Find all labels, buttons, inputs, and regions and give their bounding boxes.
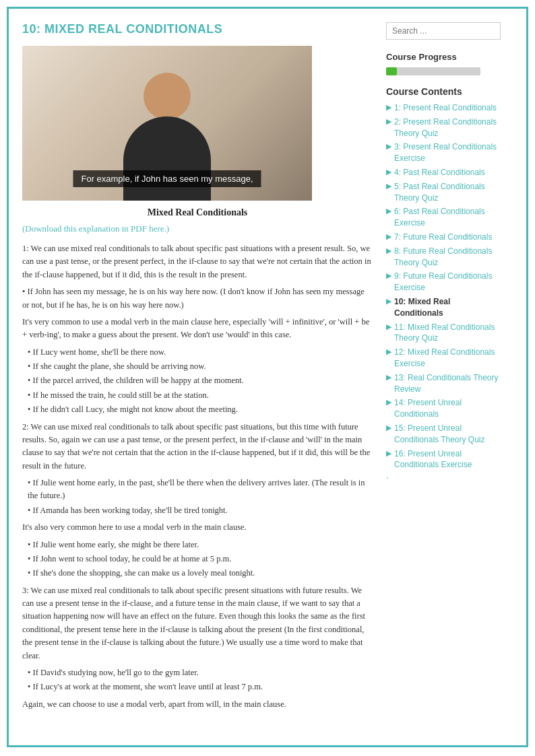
list-item[interactable]: ▶ 3: Present Real Conditionals Exercise (386, 141, 501, 164)
course-link-13[interactable]: 13: Real Conditionals Theory Review (394, 372, 501, 395)
main-content: 10: MIXED REAL CONDITIONALS For example,… (22, 22, 373, 716)
list-item[interactable]: ▶ 1: Present Real Conditionals (386, 102, 501, 114)
paragraph-5: 3: We can use mixed real conditionals to… (22, 584, 373, 662)
bullet-12: • If Lucy's at work at the moment, she w… (28, 681, 373, 693)
paragraph-1: 1: We can use mixed real conditionals to… (22, 242, 373, 281)
course-link-11[interactable]: 11: Mixed Real Conditionals Theory Quiz (394, 322, 501, 345)
course-link-1[interactable]: 1: Present Real Conditionals (394, 102, 497, 114)
example-1: • If John has seen my message, he is on … (22, 285, 373, 312)
bullet-7: • If Amanda has been working today, she'… (28, 504, 373, 517)
list-item[interactable]: ▶ 9: Future Real Conditionals Exercise (386, 271, 501, 294)
course-link-2[interactable]: 2: Present Real Conditionals Theory Quiz (394, 116, 501, 139)
list-item[interactable]: ▶ 5: Past Real Conditionals Theory Quiz (386, 181, 501, 204)
arrow-icon: ▶ (386, 423, 391, 432)
progress-bar-fill (386, 67, 397, 75)
download-link[interactable]: (Download this explanation in PDF here.) (22, 224, 169, 234)
course-link-15[interactable]: 15: Present Unreal Conditionals Theory Q… (394, 423, 501, 446)
arrow-icon: ▶ (386, 168, 391, 176)
bullet-3: • If the parcel arrived, the children wi… (28, 374, 373, 387)
page-title: 10: MIXED REAL CONDITIONALS (22, 22, 373, 36)
course-link-9[interactable]: 9: Future Real Conditionals Exercise (394, 271, 501, 294)
list-item[interactable]: ▶ 14: Present Unreal Conditionals (386, 397, 501, 420)
progress-section: Course Progress (386, 52, 501, 75)
course-link-8[interactable]: 8: Future Real Conditionals Theory Quiz (394, 246, 501, 269)
sidebar: Course Progress Course Contents ▶ 1: Pre… (386, 22, 501, 716)
course-link-4[interactable]: 4: Past Real Conditionals (394, 167, 485, 178)
arrow-icon: ▶ (386, 373, 391, 382)
examples-2: • If Lucy went home, she'll be there now… (22, 346, 373, 417)
list-item[interactable]: ▶ 4: Past Real Conditionals (386, 167, 501, 178)
arrow-icon: ▶ (386, 297, 391, 306)
list-item[interactable]: ▶ 11: Mixed Real Conditionals Theory Qui… (386, 322, 501, 345)
arrow-icon: ▶ (386, 271, 391, 280)
course-link-12[interactable]: 12: Mixed Real Conditionals Exercise (394, 347, 501, 370)
bullet-10: • If she's done the shopping, she can ma… (28, 567, 373, 580)
arrow-icon: ▶ (386, 449, 391, 458)
course-link-3[interactable]: 3: Present Real Conditionals Exercise (394, 141, 501, 164)
arrow-icon: ▶ (386, 142, 391, 151)
examples-4: • If Julie went home early, she might be… (22, 539, 373, 580)
bullet-11: • If David's studying now, he'll go to t… (28, 666, 373, 679)
arrow-icon: ▶ (386, 246, 391, 255)
more-indicator: · (386, 473, 501, 484)
arrow-icon: ▶ (386, 398, 391, 407)
examples-5: • If David's studying now, he'll go to t… (22, 666, 373, 694)
arrow-icon: ▶ (386, 347, 391, 356)
bullet-9: • If John went to school today, he could… (28, 553, 373, 565)
list-item[interactable]: ▶ 2: Present Real Conditionals Theory Qu… (386, 116, 501, 139)
contents-label: Course Contents (386, 86, 501, 97)
list-item[interactable]: ▶ 15: Present Unreal Conditionals Theory… (386, 423, 501, 446)
bullet-4: • If he missed the train, he could still… (28, 389, 373, 402)
progress-label: Course Progress (386, 52, 501, 62)
bullet-5: • If he didn't call Lucy, she might not … (28, 403, 373, 416)
video-player[interactable]: For example, if John has seen my message… (22, 46, 312, 201)
arrow-icon: ▶ (386, 322, 391, 331)
list-item[interactable]: ▶ 8: Future Real Conditionals Theory Qui… (386, 246, 501, 269)
lesson-body: 1: We can use mixed real conditionals to… (22, 242, 373, 711)
examples-3: • If Julie went home early, in the past,… (22, 477, 373, 517)
course-link-14[interactable]: 14: Present Unreal Conditionals (394, 397, 501, 420)
list-item[interactable]: ▶ 7: Future Real Conditionals (386, 232, 501, 243)
progress-bar-background (386, 67, 480, 75)
course-link-5[interactable]: 5: Past Real Conditionals Theory Quiz (394, 181, 501, 204)
list-item[interactable]: ▶ 10: Mixed Real Conditionals (386, 296, 501, 319)
arrow-icon: ▶ (386, 182, 391, 191)
list-item[interactable]: ▶ 13: Real Conditionals Theory Review (386, 372, 501, 395)
video-caption: For example, if John has seen my message… (73, 170, 261, 187)
course-contents: Course Contents ▶ 1: Present Real Condit… (386, 86, 501, 484)
arrow-icon: ▶ (386, 232, 391, 241)
bullet-6: • If Julie went home early, in the past,… (28, 477, 373, 503)
list-item[interactable]: ▶ 16: Present Unreal Conditionals Exerci… (386, 448, 501, 471)
course-link-6[interactable]: 6: Past Real Conditionals Exercise (394, 206, 501, 229)
course-link-16[interactable]: 16: Present Unreal Conditionals Exercise (394, 448, 501, 471)
arrow-icon: ▶ (386, 207, 391, 215)
bullet-1: • If Lucy went home, she'll be there now… (28, 346, 373, 359)
course-link-10[interactable]: 10: Mixed Real Conditionals (394, 296, 501, 319)
video-title: Mixed Real Conditionals (22, 207, 373, 218)
paragraph-6: Again, we can choose to use a modal verb… (22, 698, 373, 711)
bullet-2: • If she caught the plane, she should be… (28, 360, 373, 373)
paragraph-3: 2: We can use mixed real conditionals to… (22, 421, 373, 473)
bullet-8: • If Julie went home early, she might be… (28, 539, 373, 551)
search-input[interactable] (386, 22, 501, 40)
arrow-icon: ▶ (386, 103, 391, 112)
paragraph-4: It's also very common here to use a moda… (22, 521, 373, 534)
course-link-7[interactable]: 7: Future Real Conditionals (394, 232, 492, 243)
paragraph-2: It's very common to use a modal verb in … (22, 316, 373, 342)
list-item[interactable]: ▶ 6: Past Real Conditionals Exercise (386, 206, 501, 229)
arrow-icon: ▶ (386, 117, 391, 126)
list-item[interactable]: ▶ 12: Mixed Real Conditionals Exercise (386, 347, 501, 370)
